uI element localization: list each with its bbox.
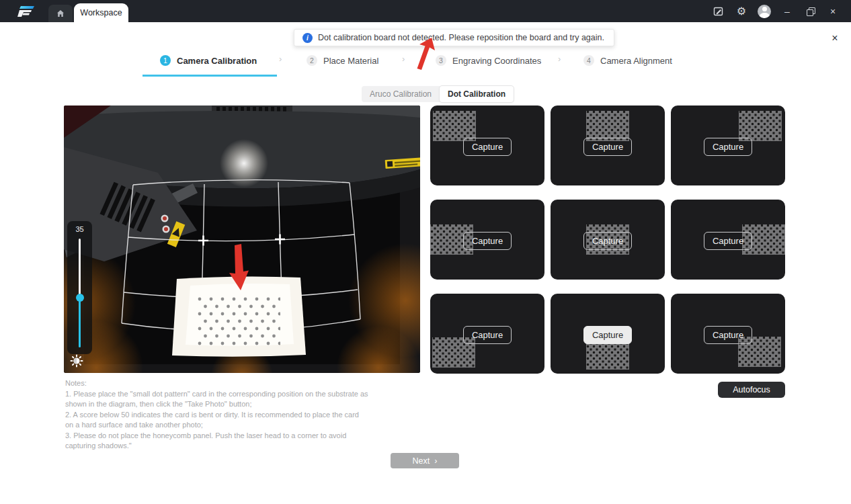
- slider-track-lower[interactable]: [79, 298, 81, 347]
- next-button-label: Next: [413, 456, 430, 466]
- capture-button[interactable]: Capture: [583, 326, 632, 344]
- notification-text: Dot calibration board not detected. Plea…: [318, 33, 604, 42]
- capture-tile-top-left: Capture: [430, 106, 544, 185]
- capture-tile-middle-center: Capture: [551, 200, 665, 280]
- feedback-edit-button[interactable]: [707, 0, 730, 22]
- camera-feed-image: [64, 106, 420, 373]
- capture-tile-middle-left: Capture: [430, 200, 544, 280]
- capture-button[interactable]: Capture: [463, 326, 512, 344]
- notes-line: 2. A score below 50 indicates the card i…: [65, 410, 369, 431]
- capture-tile-bottom-right: Capture: [671, 294, 785, 374]
- app-window: Workspace ⚙ – ×: [0, 0, 851, 504]
- step-camera-alignment[interactable]: 4 Camera Alignment: [583, 53, 672, 68]
- capture-button[interactable]: Capture: [463, 138, 512, 156]
- capture-tile-bottom-center: Capture: [551, 294, 665, 374]
- calibration-mode-tabs: Aruco Calibration Dot Calibration: [362, 86, 514, 102]
- step-number: 4: [583, 55, 594, 66]
- restore-button[interactable]: [799, 0, 821, 22]
- exposure-slider-panel: 35: [67, 221, 92, 354]
- notification-toast: i Dot calibration board not detected. Pl…: [294, 29, 614, 46]
- notes-title: Notes:: [65, 378, 369, 389]
- capture-button[interactable]: Capture: [463, 232, 512, 250]
- step-separator-chevron-icon: ›: [279, 54, 282, 64]
- close-panel-icon: ×: [832, 32, 838, 44]
- slider-track-upper[interactable]: [79, 239, 81, 298]
- close-icon: ×: [830, 6, 836, 17]
- capture-button[interactable]: Capture: [704, 138, 752, 156]
- account-button[interactable]: [753, 0, 776, 22]
- active-step-underline: [143, 75, 277, 77]
- home-tab[interactable]: [48, 5, 73, 22]
- exposure-value: 35: [67, 225, 92, 233]
- step-number: 1: [160, 55, 171, 66]
- capture-grid: Capture Capture Capture Capture Capture …: [430, 106, 785, 374]
- step-separator-chevron-icon: ›: [402, 54, 405, 64]
- home-icon: [56, 9, 65, 17]
- capture-tile-bottom-left: Capture: [430, 294, 544, 374]
- step-number: 2: [307, 55, 317, 66]
- capture-tile-top-right: Capture: [671, 106, 785, 185]
- annotation-arrow-up: [409, 36, 441, 72]
- capture-button[interactable]: Capture: [583, 232, 632, 250]
- minimize-icon: –: [784, 6, 790, 17]
- capture-tile-middle-right: Capture: [671, 200, 785, 280]
- dot-pattern-thumbnail: [586, 111, 629, 141]
- step-label: Engraving Coordinates: [452, 56, 541, 66]
- step-label: Camera Calibration: [177, 56, 257, 66]
- slider-handle[interactable]: [76, 294, 84, 302]
- info-icon: i: [302, 33, 313, 43]
- close-panel-button[interactable]: ×: [827, 31, 842, 46]
- edit-note-icon: [713, 6, 724, 17]
- minimize-button[interactable]: –: [776, 0, 799, 22]
- capture-button[interactable]: Capture: [704, 232, 752, 250]
- autofocus-button[interactable]: Autofocus: [718, 382, 785, 398]
- step-separator-chevron-icon: ›: [558, 54, 561, 64]
- capture-button[interactable]: Capture: [704, 326, 752, 344]
- step-place-material[interactable]: 2 Place Material: [307, 53, 378, 68]
- step-label: Place Material: [323, 56, 378, 66]
- step-engraving-coordinates[interactable]: 3 Engraving Coordinates: [436, 53, 541, 68]
- step-camera-calibration[interactable]: 1 Camera Calibration: [160, 53, 257, 68]
- close-window-button[interactable]: ×: [821, 0, 844, 22]
- capture-button[interactable]: Capture: [583, 138, 632, 156]
- dot-pattern-thumbnail: [433, 111, 476, 141]
- dot-pattern-thumbnail: [739, 111, 782, 141]
- camera-preview: 35: [64, 106, 420, 373]
- tab-dot-calibration[interactable]: Dot Calibration: [440, 86, 514, 102]
- notes-block: Notes: 1. Please place the "small dot pa…: [65, 378, 369, 452]
- capture-tile-top-center: Capture: [551, 106, 665, 185]
- next-button[interactable]: Next ›: [391, 453, 459, 468]
- tab-workspace[interactable]: Workspace: [74, 3, 128, 22]
- brightness-icon[interactable]: [70, 354, 83, 368]
- workspace-tab-label: Workspace: [80, 8, 122, 17]
- chevron-right-icon: ›: [434, 456, 437, 466]
- settings-button[interactable]: ⚙: [730, 0, 753, 22]
- notes-line: 3. Please do not place the honeycomb pan…: [65, 431, 369, 452]
- titlebar: Workspace ⚙ – ×: [0, 0, 851, 22]
- tab-aruco-calibration[interactable]: Aruco Calibration: [362, 86, 440, 102]
- avatar: [758, 5, 771, 18]
- step-label: Camera Alignment: [600, 56, 672, 66]
- gear-icon: ⚙: [737, 5, 746, 17]
- notes-line: 1. Please place the "small dot pattern" …: [65, 389, 369, 410]
- restore-icon: [807, 7, 814, 15]
- falcon-logo-icon: [12, 2, 42, 21]
